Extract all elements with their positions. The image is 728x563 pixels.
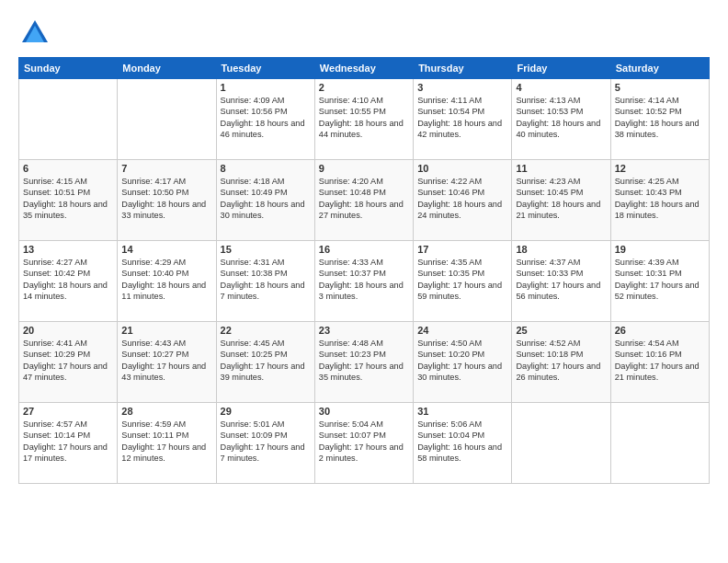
day-info: Sunrise: 5:04 AM Sunset: 10:07 PM Daylig… bbox=[319, 419, 409, 465]
day-number: 2 bbox=[319, 82, 409, 93]
calendar-cell: 22Sunrise: 4:45 AM Sunset: 10:25 PM Dayl… bbox=[216, 322, 314, 403]
week-row-1: 1Sunrise: 4:09 AM Sunset: 10:56 PM Dayli… bbox=[19, 79, 710, 160]
day-number: 28 bbox=[121, 406, 211, 417]
day-info: Sunrise: 4:52 AM Sunset: 10:18 PM Daylig… bbox=[516, 338, 606, 384]
day-info: Sunrise: 4:18 AM Sunset: 10:49 PM Daylig… bbox=[221, 176, 311, 222]
day-info: Sunrise: 4:33 AM Sunset: 10:37 PM Daylig… bbox=[319, 257, 409, 303]
day-info: Sunrise: 4:09 AM Sunset: 10:56 PM Daylig… bbox=[221, 95, 311, 141]
calendar-cell bbox=[610, 403, 709, 484]
day-info: Sunrise: 4:59 AM Sunset: 10:11 PM Daylig… bbox=[121, 419, 211, 465]
calendar-cell: 12Sunrise: 4:25 AM Sunset: 10:43 PM Dayl… bbox=[610, 160, 709, 241]
day-number: 12 bbox=[615, 163, 705, 174]
calendar-cell bbox=[118, 79, 216, 160]
day-number: 15 bbox=[221, 244, 311, 255]
day-number: 5 bbox=[615, 82, 705, 93]
day-number: 21 bbox=[121, 325, 211, 336]
day-info: Sunrise: 4:20 AM Sunset: 10:48 PM Daylig… bbox=[319, 176, 409, 222]
calendar-cell: 25Sunrise: 4:52 AM Sunset: 10:18 PM Dayl… bbox=[512, 322, 610, 403]
day-number: 14 bbox=[121, 244, 211, 255]
calendar-cell: 8Sunrise: 4:18 AM Sunset: 10:49 PM Dayli… bbox=[216, 160, 314, 241]
calendar-cell: 18Sunrise: 4:37 AM Sunset: 10:33 PM Dayl… bbox=[512, 241, 610, 322]
day-number: 4 bbox=[516, 82, 606, 93]
day-info: Sunrise: 4:13 AM Sunset: 10:53 PM Daylig… bbox=[516, 95, 606, 141]
calendar-cell: 30Sunrise: 5:04 AM Sunset: 10:07 PM Dayl… bbox=[314, 403, 413, 484]
calendar-cell: 27Sunrise: 4:57 AM Sunset: 10:14 PM Dayl… bbox=[19, 403, 118, 484]
day-number: 1 bbox=[221, 82, 311, 93]
calendar-table: SundayMondayTuesdayWednesdayThursdayFrid… bbox=[18, 57, 710, 484]
calendar-cell: 2Sunrise: 4:10 AM Sunset: 10:55 PM Dayli… bbox=[314, 79, 413, 160]
calendar-cell: 5Sunrise: 4:14 AM Sunset: 10:52 PM Dayli… bbox=[610, 79, 709, 160]
day-number: 24 bbox=[417, 325, 507, 336]
day-info: Sunrise: 4:43 AM Sunset: 10:27 PM Daylig… bbox=[121, 338, 211, 384]
day-number: 27 bbox=[23, 406, 113, 417]
day-number: 10 bbox=[417, 163, 507, 174]
day-info: Sunrise: 4:31 AM Sunset: 10:38 PM Daylig… bbox=[221, 257, 311, 303]
calendar-cell bbox=[19, 79, 118, 160]
day-info: Sunrise: 4:37 AM Sunset: 10:33 PM Daylig… bbox=[516, 257, 606, 303]
weekday-header-saturday: Saturday bbox=[610, 58, 709, 79]
day-number: 8 bbox=[221, 163, 311, 174]
calendar-cell: 3Sunrise: 4:11 AM Sunset: 10:54 PM Dayli… bbox=[414, 79, 512, 160]
weekday-header-monday: Monday bbox=[118, 58, 216, 79]
day-number: 22 bbox=[221, 325, 311, 336]
day-info: Sunrise: 4:45 AM Sunset: 10:25 PM Daylig… bbox=[221, 338, 311, 384]
calendar-cell: 21Sunrise: 4:43 AM Sunset: 10:27 PM Dayl… bbox=[118, 322, 216, 403]
day-info: Sunrise: 5:01 AM Sunset: 10:09 PM Daylig… bbox=[221, 419, 311, 465]
calendar-cell: 13Sunrise: 4:27 AM Sunset: 10:42 PM Dayl… bbox=[19, 241, 118, 322]
day-info: Sunrise: 5:06 AM Sunset: 10:04 PM Daylig… bbox=[417, 419, 507, 465]
calendar-cell: 29Sunrise: 5:01 AM Sunset: 10:09 PM Dayl… bbox=[216, 403, 314, 484]
day-number: 3 bbox=[417, 82, 507, 93]
day-info: Sunrise: 4:39 AM Sunset: 10:31 PM Daylig… bbox=[615, 257, 705, 303]
week-row-2: 6Sunrise: 4:15 AM Sunset: 10:51 PM Dayli… bbox=[19, 160, 710, 241]
calendar-cell: 15Sunrise: 4:31 AM Sunset: 10:38 PM Dayl… bbox=[216, 241, 314, 322]
day-number: 19 bbox=[615, 244, 705, 255]
calendar-cell: 28Sunrise: 4:59 AM Sunset: 10:11 PM Dayl… bbox=[118, 403, 216, 484]
day-info: Sunrise: 4:35 AM Sunset: 10:35 PM Daylig… bbox=[417, 257, 507, 303]
weekday-header-wednesday: Wednesday bbox=[314, 58, 413, 79]
page: SundayMondayTuesdayWednesdayThursdayFrid… bbox=[0, 0, 728, 563]
day-number: 30 bbox=[319, 406, 409, 417]
weekday-header-sunday: Sunday bbox=[19, 58, 118, 79]
day-info: Sunrise: 4:54 AM Sunset: 10:16 PM Daylig… bbox=[615, 338, 705, 384]
calendar-cell: 11Sunrise: 4:23 AM Sunset: 10:45 PM Dayl… bbox=[512, 160, 610, 241]
week-row-3: 13Sunrise: 4:27 AM Sunset: 10:42 PM Dayl… bbox=[19, 241, 710, 322]
day-info: Sunrise: 4:41 AM Sunset: 10:29 PM Daylig… bbox=[23, 338, 113, 384]
calendar-cell: 14Sunrise: 4:29 AM Sunset: 10:40 PM Dayl… bbox=[118, 241, 216, 322]
day-info: Sunrise: 4:48 AM Sunset: 10:23 PM Daylig… bbox=[319, 338, 409, 384]
day-number: 31 bbox=[417, 406, 507, 417]
weekday-header-row: SundayMondayTuesdayWednesdayThursdayFrid… bbox=[19, 58, 710, 79]
weekday-header-tuesday: Tuesday bbox=[216, 58, 314, 79]
calendar-cell: 23Sunrise: 4:48 AM Sunset: 10:23 PM Dayl… bbox=[314, 322, 413, 403]
week-row-4: 20Sunrise: 4:41 AM Sunset: 10:29 PM Dayl… bbox=[19, 322, 710, 403]
calendar-cell: 6Sunrise: 4:15 AM Sunset: 10:51 PM Dayli… bbox=[19, 160, 118, 241]
day-number: 20 bbox=[23, 325, 113, 336]
day-number: 16 bbox=[319, 244, 409, 255]
day-number: 9 bbox=[319, 163, 409, 174]
logo bbox=[18, 17, 55, 50]
day-info: Sunrise: 4:23 AM Sunset: 10:45 PM Daylig… bbox=[516, 176, 606, 222]
day-number: 18 bbox=[516, 244, 606, 255]
calendar-cell: 16Sunrise: 4:33 AM Sunset: 10:37 PM Dayl… bbox=[314, 241, 413, 322]
day-number: 29 bbox=[221, 406, 311, 417]
day-number: 26 bbox=[615, 325, 705, 336]
calendar-cell: 17Sunrise: 4:35 AM Sunset: 10:35 PM Dayl… bbox=[414, 241, 512, 322]
week-row-5: 27Sunrise: 4:57 AM Sunset: 10:14 PM Dayl… bbox=[19, 403, 710, 484]
day-info: Sunrise: 4:50 AM Sunset: 10:20 PM Daylig… bbox=[417, 338, 507, 384]
calendar-cell: 26Sunrise: 4:54 AM Sunset: 10:16 PM Dayl… bbox=[610, 322, 709, 403]
calendar-cell: 9Sunrise: 4:20 AM Sunset: 10:48 PM Dayli… bbox=[314, 160, 413, 241]
day-number: 11 bbox=[516, 163, 606, 174]
calendar-cell bbox=[512, 403, 610, 484]
day-number: 13 bbox=[23, 244, 113, 255]
day-number: 25 bbox=[516, 325, 606, 336]
day-info: Sunrise: 4:27 AM Sunset: 10:42 PM Daylig… bbox=[23, 257, 113, 303]
calendar-cell: 24Sunrise: 4:50 AM Sunset: 10:20 PM Dayl… bbox=[414, 322, 512, 403]
day-number: 17 bbox=[417, 244, 507, 255]
day-info: Sunrise: 4:25 AM Sunset: 10:43 PM Daylig… bbox=[615, 176, 705, 222]
day-number: 23 bbox=[319, 325, 409, 336]
weekday-header-friday: Friday bbox=[512, 58, 610, 79]
day-info: Sunrise: 4:11 AM Sunset: 10:54 PM Daylig… bbox=[417, 95, 507, 141]
day-info: Sunrise: 4:14 AM Sunset: 10:52 PM Daylig… bbox=[615, 95, 705, 141]
day-info: Sunrise: 4:15 AM Sunset: 10:51 PM Daylig… bbox=[23, 176, 113, 222]
calendar-cell: 1Sunrise: 4:09 AM Sunset: 10:56 PM Dayli… bbox=[216, 79, 314, 160]
day-info: Sunrise: 4:17 AM Sunset: 10:50 PM Daylig… bbox=[121, 176, 211, 222]
